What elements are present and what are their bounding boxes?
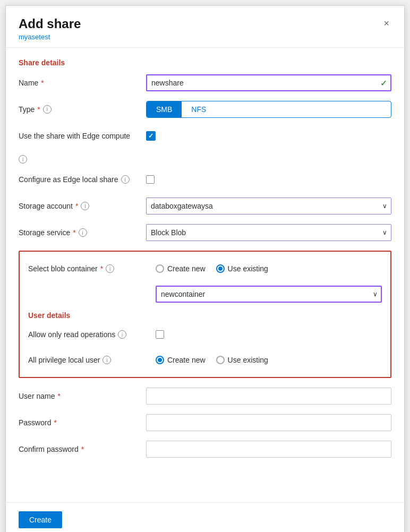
container-dropdown-row: newcontainer ∨: [28, 286, 382, 303]
name-row: Name * ✓: [19, 74, 391, 91]
edge-compute-label: Use the share with Edge compute: [19, 132, 146, 140]
name-check-icon: ✓: [380, 78, 387, 88]
password-input[interactable]: [146, 414, 391, 431]
name-input-wrapper: ✓: [146, 74, 391, 91]
username-required: *: [57, 392, 60, 400]
storage-account-label: Storage account * i: [19, 202, 146, 210]
allow-read-checkbox[interactable]: [156, 330, 164, 339]
allow-read-info-icon[interactable]: i: [118, 330, 126, 339]
dialog-header: Add share myasetest ×: [6, 6, 404, 48]
all-privilege-create-new-option[interactable]: Create new: [156, 356, 206, 364]
blob-container-label: Select blob container * i: [28, 264, 156, 273]
confirm-password-label: Confirm password *: [19, 445, 146, 453]
storage-service-control: Block Blob ∨: [146, 224, 391, 241]
type-control: SMB NFS: [146, 101, 391, 118]
edge-local-checkbox[interactable]: [146, 175, 155, 184]
allow-read-label: Allow only read operations i: [28, 330, 156, 339]
storage-account-required: *: [75, 202, 78, 210]
username-label: User name *: [19, 392, 146, 400]
close-button[interactable]: ×: [381, 16, 391, 30]
edge-compute-row: Use the share with Edge compute: [19, 127, 391, 144]
edge-compute-control: [146, 131, 391, 141]
type-row: Type * i SMB NFS: [19, 101, 391, 118]
storage-service-required: *: [73, 228, 75, 237]
storage-account-select-wrapper: databoxgatewaysa ∨: [146, 198, 391, 214]
blob-container-required: *: [100, 264, 103, 273]
storage-service-label: Storage service * i: [19, 228, 146, 237]
edge-local-row: Configure as Edge local share i: [19, 171, 391, 188]
dialog-title: Add share: [19, 16, 81, 32]
blob-container-radio-group: Create new Use existing: [156, 264, 382, 273]
type-smb-option[interactable]: SMB: [147, 101, 182, 117]
all-privilege-radio-group: Create new Use existing: [156, 356, 382, 364]
edge-local-info-icon[interactable]: i: [121, 175, 130, 184]
blob-container-control: Create new Use existing: [156, 264, 382, 273]
all-privilege-use-existing-option[interactable]: Use existing: [216, 356, 268, 364]
all-privilege-info-icon[interactable]: i: [102, 356, 111, 364]
name-label: Name *: [19, 79, 146, 87]
storage-account-control: databoxgatewaysa ∨: [146, 198, 391, 214]
all-privilege-control: Create new Use existing: [156, 356, 382, 364]
confirm-password-row: Confirm password *: [19, 441, 391, 458]
storage-account-row: Storage account * i databoxgatewaysa ∨: [19, 198, 391, 214]
type-info-icon[interactable]: i: [43, 105, 52, 114]
blob-container-use-existing-option[interactable]: Use existing: [216, 264, 268, 273]
create-button[interactable]: Create: [19, 511, 62, 528]
password-control: [146, 414, 391, 431]
blob-container-row: Select blob container * i Create new Use…: [28, 260, 382, 277]
edge-local-label: Configure as Edge local share i: [19, 175, 146, 184]
all-privilege-use-existing-radio[interactable]: [216, 356, 225, 364]
storage-account-select[interactable]: databoxgatewaysa: [146, 198, 391, 214]
allow-read-row: Allow only read operations i: [28, 326, 382, 343]
blob-container-create-new-radio[interactable]: [156, 264, 164, 273]
dialog-subtitle: myasetest: [19, 33, 81, 41]
all-privilege-create-new-radio[interactable]: [156, 356, 164, 364]
user-details-label: User details: [28, 311, 382, 320]
type-nfs-option[interactable]: NFS: [182, 101, 216, 117]
blob-container-create-new-label: Create new: [167, 264, 206, 273]
allow-read-control: [156, 330, 382, 339]
container-select[interactable]: newcontainer: [156, 286, 382, 303]
type-toggle-group: SMB NFS: [146, 101, 391, 118]
blob-container-use-existing-label: Use existing: [228, 264, 268, 273]
storage-service-row: Storage service * i Block Blob ∨: [19, 224, 391, 241]
edge-local-control: [146, 175, 391, 184]
share-details-label: Share details: [19, 58, 391, 67]
name-field-control: ✓: [146, 74, 391, 91]
dialog-footer: Create: [6, 502, 404, 532]
password-required: *: [54, 418, 56, 427]
name-required: *: [41, 79, 44, 87]
blob-container-use-existing-radio[interactable]: [216, 264, 225, 273]
edge-compute-checkbox[interactable]: [146, 131, 156, 141]
all-privilege-use-existing-label: Use existing: [228, 356, 268, 364]
storage-service-select-wrapper: Block Blob ∨: [146, 224, 391, 241]
storage-service-info-icon[interactable]: i: [79, 228, 87, 237]
username-control: [146, 388, 391, 405]
password-row: Password *: [19, 414, 391, 431]
add-share-dialog: Add share myasetest × Share details Name…: [5, 5, 405, 532]
storage-service-select[interactable]: Block Blob: [146, 224, 391, 241]
container-dropdown-control: newcontainer ∨: [156, 286, 382, 303]
edge-compute-extra-info-icon[interactable]: i: [19, 155, 27, 164]
blob-container-info-icon[interactable]: i: [106, 264, 114, 273]
highlighted-section: Select blob container * i Create new Use…: [19, 251, 391, 378]
blob-container-create-new-option[interactable]: Create new: [156, 264, 206, 273]
storage-account-info-icon[interactable]: i: [81, 202, 89, 210]
all-privilege-label: All privilege local user i: [28, 356, 156, 364]
password-label: Password *: [19, 418, 146, 427]
confirm-password-input[interactable]: [146, 441, 391, 458]
name-input[interactable]: [146, 74, 391, 91]
username-row: User name *: [19, 388, 391, 405]
confirm-password-required: *: [81, 445, 84, 453]
all-privilege-create-new-label: Create new: [167, 356, 206, 364]
all-privilege-row: All privilege local user i Create new Us…: [28, 351, 382, 368]
container-select-wrapper: newcontainer ∨: [156, 286, 382, 303]
title-block: Add share myasetest: [19, 16, 81, 41]
dialog-body: Share details Name * ✓ Type * i: [6, 48, 404, 502]
type-label: Type * i: [19, 105, 146, 114]
confirm-password-control: [146, 441, 391, 458]
type-required: *: [37, 105, 40, 114]
username-input[interactable]: [146, 388, 391, 405]
